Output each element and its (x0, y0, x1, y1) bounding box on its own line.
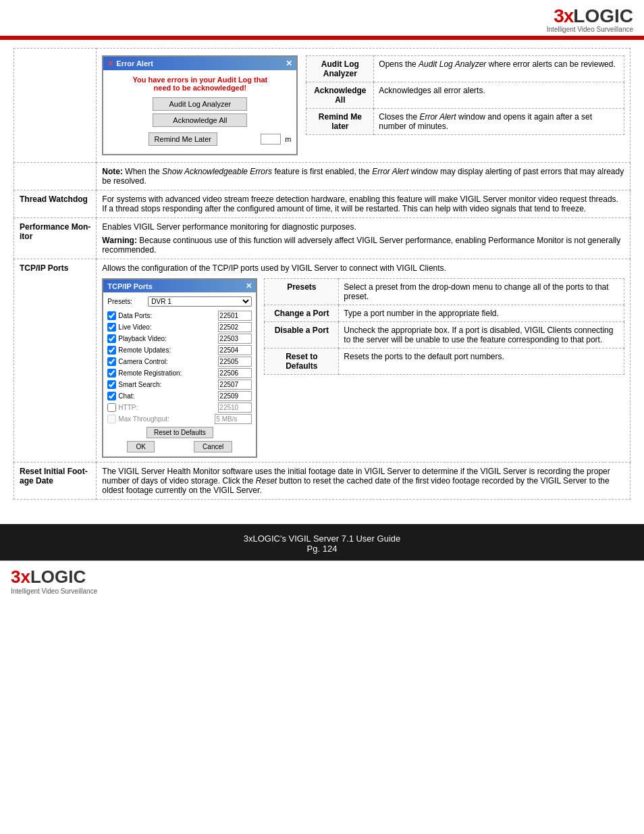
tcp-ports-label: TCP/IP Ports (14, 259, 97, 463)
tcp-ok-button[interactable]: OK (127, 441, 154, 452)
presets-row: Presets: DVR 1 (107, 296, 252, 307)
warning-prefix: Warning: (102, 236, 137, 245)
performance-desc1: Enables VIGIL Server performance monitor… (102, 222, 624, 232)
tcp-checkbox-chat[interactable] (107, 392, 116, 400)
error-alert-row: ✕ Error Alert ✕ You have errors in your … (14, 49, 630, 163)
tcp-field-chat: Chat: (107, 391, 252, 401)
tcp-info-table: Presets Select a preset from the drop-do… (264, 278, 624, 375)
dialog-container: ✕ Error Alert ✕ You have errors in your … (102, 53, 624, 158)
tcp-dialog: TCP/IP Ports ✕ Presets: DVR 1 (102, 278, 257, 458)
tcp-field-smart-search: Smart Search: (107, 380, 252, 390)
note-row: Note: When the Show Acknowledgeable Erro… (14, 163, 630, 190)
tcp-close-icon[interactable]: ✕ (246, 282, 252, 290)
footer-line1: 3xLOGIC's VIGIL Server 7.1 User Guide (0, 533, 644, 544)
tcp-label-smart: Smart Search: (118, 381, 218, 388)
tcp-label-change-port: Change a Port (265, 305, 339, 322)
tcp-input-http[interactable] (218, 402, 252, 413)
tcp-input-throughput (215, 414, 252, 424)
tcp-checkbox-data[interactable] (107, 311, 116, 320)
tcp-dialog-titlebar: TCP/IP Ports ✕ (103, 280, 256, 292)
footer-logo-area: 3xLOGIC Intelligent Video Surveillance (11, 567, 97, 595)
tcp-field-throughput: Max Throughput: (107, 414, 252, 424)
reset-initial-row: Reset Initial Foot-age Date The VIGIL Se… (14, 463, 630, 500)
remind-me-later-button[interactable]: Remind Me Later (149, 132, 217, 146)
info-label-remind: Remind Me later (306, 109, 374, 135)
tcp-input-playback[interactable] (218, 334, 252, 344)
tcp-checkbox-live[interactable] (107, 323, 116, 332)
tcp-label-remote-reg: Remote Registration: (118, 369, 218, 377)
error-alert-dialog: ✕ Error Alert ✕ You have errors in your … (102, 55, 298, 155)
presets-select[interactable]: DVR 1 (148, 296, 252, 307)
tcp-desc-disable-port: Uncheck the appropriate box. If a port i… (339, 322, 624, 348)
tcp-ports-row: TCP/IP Ports Allows the configuration of… (14, 259, 630, 463)
info-row-audit: Audit Log Analyzer Opens the Audit Log A… (306, 56, 624, 82)
tcp-checkbox-remote-reg[interactable] (107, 369, 116, 377)
tcp-section-inner: TCP/IP Ports ✕ Presets: DVR 1 (102, 278, 624, 458)
tcp-field-playback: Playback Video: (107, 334, 252, 344)
content-table: ✕ Error Alert ✕ You have errors in your … (14, 48, 630, 500)
logo-3x: 3x (554, 5, 573, 26)
thread-watchdog-content: For systems with advanced video stream f… (97, 190, 630, 218)
tcp-input-remote-reg[interactable] (218, 368, 252, 378)
tcp-input-chat[interactable] (218, 391, 252, 401)
tcp-input-smart[interactable] (218, 380, 252, 390)
header-logo: 3xLOGIC Intelligent Video Surveillance (547, 5, 633, 33)
error-dialog-title-text: Error Alert (116, 59, 153, 68)
acknowledge-all-button[interactable]: Acknowledge All (153, 113, 247, 127)
error-alert-label (14, 49, 97, 163)
tcp-info-reset-defaults: Reset to Defaults Resets the ports to th… (265, 348, 624, 375)
tcp-cancel-button[interactable]: Cancel (194, 441, 232, 452)
info-desc-remind: Closes the Error Alert window and opens … (374, 109, 624, 135)
tcp-field-http: HTTP: (107, 402, 252, 413)
tcp-info-change-port: Change a Port Type a port number in the … (265, 305, 624, 322)
error-dialog-body: You have errors in your Audit Log that n… (103, 70, 296, 154)
performance-monitor-label: Performance Mon-itor (14, 218, 97, 259)
tcp-input-camera[interactable] (218, 357, 252, 367)
footer-logo-3x: 3x (11, 567, 30, 587)
tcp-label-disable-port: Disable a Port (265, 322, 339, 348)
warning-text: Because continuous use of this function … (102, 236, 620, 255)
tcp-input-remote-updates[interactable] (218, 345, 252, 355)
footer-line2: Pg. 124 (0, 544, 644, 554)
audit-log-analyzer-button[interactable]: Audit Log Analyzer (153, 97, 247, 111)
info-label-audit: Audit Log Analyzer (306, 56, 374, 82)
tcp-input-live[interactable] (218, 322, 252, 332)
tcp-desc-reset-defaults: Resets the ports to the default port num… (339, 348, 624, 375)
info-label-acknowledge: Acknowledge All (306, 82, 374, 109)
note-prefix: Note: (102, 167, 123, 176)
error-alert-content: ✕ Error Alert ✕ You have errors in your … (97, 49, 630, 163)
tcp-checkbox-playback[interactable] (107, 334, 116, 343)
logo-logic: LOGIC (573, 5, 633, 26)
tcp-label-playback: Playback Video: (118, 335, 218, 342)
tcp-label-chat: Chat: (118, 392, 218, 400)
tcp-label-remote-updates: Remote Updates: (118, 346, 218, 354)
tcp-label-data: Data Ports: (118, 312, 218, 319)
tcp-checkbox-smart[interactable] (107, 380, 116, 389)
tcp-input-data[interactable] (218, 311, 252, 321)
close-icon[interactable]: ✕ (286, 59, 292, 68)
logo-tagline: Intelligent Video Surveillance (547, 26, 633, 33)
info-row-remind: Remind Me later Closes the Error Alert w… (306, 109, 624, 135)
remind-minutes-input[interactable]: 1 (261, 134, 281, 145)
error-dialog-titlebar: ✕ Error Alert ✕ (103, 57, 296, 70)
footer-bottom: 3xLOGIC Intelligent Video Surveillance (0, 561, 644, 600)
tcp-checkbox-remote-updates[interactable] (107, 346, 116, 355)
reset-defaults-button[interactable]: Reset to Defaults (146, 427, 213, 438)
tcp-field-data-ports: Data Ports: (107, 311, 252, 321)
tcp-label-camera: Camera Control: (118, 358, 218, 365)
tcp-checkbox-camera[interactable] (107, 357, 116, 366)
tcp-checkbox-http[interactable] (107, 403, 116, 412)
reset-initial-label: Reset Initial Foot-age Date (14, 463, 97, 500)
footer-logo-logic: LOGIC (30, 567, 86, 587)
tcp-checkbox-throughput (107, 415, 116, 423)
presets-label: Presets: (107, 298, 148, 305)
page-content: ✕ Error Alert ✕ You have errors in your … (0, 40, 644, 508)
info-desc-audit: Opens the Audit Log Analyzer where error… (374, 56, 624, 82)
tcp-field-remote-updates: Remote Updates: (107, 345, 252, 355)
note-content: Note: When the Show Acknowledgeable Erro… (97, 163, 630, 190)
footer-tagline: Intelligent Video Surveillance (11, 588, 97, 595)
note-label-empty (14, 163, 97, 190)
error-message: You have errors in your Audit Log that n… (109, 76, 291, 92)
info-row-acknowledge: Acknowledge All Acknowledges all error a… (306, 82, 624, 109)
tcp-label-presets: Presets (265, 279, 339, 305)
